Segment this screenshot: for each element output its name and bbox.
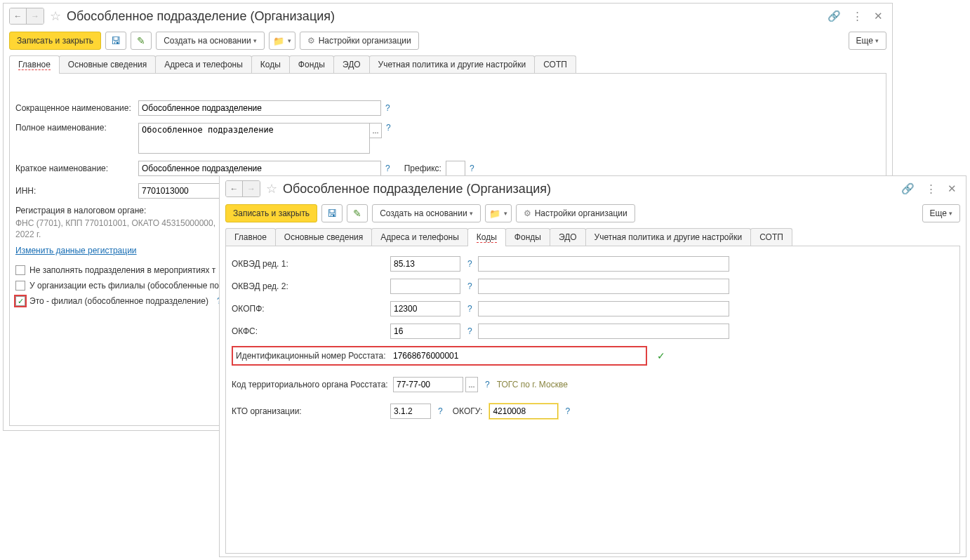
help-icon[interactable]: ? xyxy=(385,164,390,173)
tab-general-info[interactable]: Основные сведения xyxy=(59,55,156,73)
org-settings-button[interactable]: ⚙Настройки организации xyxy=(516,204,635,222)
row-full-name: Полное наименование: Обособленное подраз… xyxy=(15,123,880,154)
nav-back-button[interactable]: ← xyxy=(226,181,243,196)
nav-forward-button[interactable]: → xyxy=(243,181,260,196)
tab-edo[interactable]: ЭДО xyxy=(333,55,370,73)
tab-addresses[interactable]: Адреса и телефоны xyxy=(371,228,468,246)
okopf-input[interactable] xyxy=(390,301,460,316)
window-codes: ← → ☆ Обособленное подразделение (Органи… xyxy=(219,175,966,557)
org-settings-button[interactable]: ⚙Настройки организации xyxy=(300,32,419,50)
more-button[interactable]: Еще▾ xyxy=(922,204,960,222)
kto-input[interactable] xyxy=(390,404,431,419)
tab-main[interactable]: Главное xyxy=(9,55,60,73)
okopf-desc-input[interactable] xyxy=(478,301,729,316)
help-icon[interactable]: ? xyxy=(467,281,472,291)
terr-code-input[interactable] xyxy=(393,377,463,392)
edit-button[interactable]: ✎ xyxy=(347,204,368,222)
edit-button[interactable]: ✎ xyxy=(131,32,152,50)
brief-name-input[interactable] xyxy=(138,161,381,176)
help-icon[interactable]: ? xyxy=(485,380,490,389)
close-icon[interactable]: ✕ xyxy=(870,10,886,22)
tab-funds[interactable]: Фонды xyxy=(505,228,550,246)
help-icon[interactable]: ? xyxy=(565,406,570,416)
help-icon[interactable]: ? xyxy=(467,326,472,336)
tab-funds[interactable]: Фонды xyxy=(289,55,334,73)
help-icon[interactable]: ? xyxy=(386,123,391,133)
save-button[interactable]: 🖫 xyxy=(105,32,126,50)
chk-is-branch[interactable]: ✓ xyxy=(15,296,25,306)
change-registration-link[interactable]: Изменить данные регистрации xyxy=(15,246,137,255)
prefix-input[interactable] xyxy=(446,161,465,176)
chk-no-fill[interactable] xyxy=(15,265,25,275)
save-close-button[interactable]: Записать и закрыть xyxy=(9,32,101,50)
tab-codes[interactable]: Коды xyxy=(251,55,290,73)
folder-button[interactable]: 📁▾ xyxy=(485,204,512,222)
help-icon[interactable]: ? xyxy=(385,103,390,113)
nav-buttons: ← → xyxy=(225,180,260,197)
tab-sotp[interactable]: СОТП xyxy=(534,55,576,73)
folder-icon: 📁 xyxy=(489,208,500,219)
create-based-button[interactable]: Создать на основании▾ xyxy=(156,32,265,50)
folder-button[interactable]: 📁▾ xyxy=(269,32,295,50)
tab-acct-policy[interactable]: Учетная политика и другие настройки xyxy=(369,55,536,73)
okfs-desc-input[interactable] xyxy=(478,324,729,339)
help-icon[interactable]: ? xyxy=(438,406,443,416)
tab-edo[interactable]: ЭДО xyxy=(550,228,586,246)
full-name-input[interactable]: Обособленное подразделение xyxy=(138,123,370,154)
label-chk-no-fill: Не заполнять подразделения в мероприятия… xyxy=(29,265,215,275)
window-title: Обособленное подразделение (Организация) xyxy=(283,182,893,196)
okved2-desc-input[interactable] xyxy=(478,279,729,294)
tab-main[interactable]: Главное xyxy=(225,228,276,246)
okved1-input[interactable] xyxy=(390,256,460,272)
save-close-button[interactable]: Записать и закрыть xyxy=(225,204,317,222)
star-icon[interactable]: ☆ xyxy=(48,8,62,24)
label-okopf: ОКОПФ: xyxy=(232,304,387,314)
label-kto: КТО организации: xyxy=(232,406,387,416)
ellipsis-button[interactable]: ... xyxy=(465,377,478,392)
caret-down-icon: ▾ xyxy=(949,210,952,217)
chk-has-branches[interactable] xyxy=(15,281,25,291)
okfs-input[interactable] xyxy=(390,324,460,339)
ellipsis-button[interactable]: ... xyxy=(369,123,382,138)
tab-body-codes: ОКВЭД ред. 1: ? ОКВЭД ред. 2: ? ОКОПФ: ?… xyxy=(225,246,960,554)
create-based-button[interactable]: Создать на основании▾ xyxy=(372,204,481,222)
link-icon[interactable]: 🔗 xyxy=(898,182,918,195)
tab-codes[interactable]: Коды xyxy=(467,228,506,246)
okved2-input[interactable] xyxy=(390,279,460,294)
link-icon[interactable]: 🔗 xyxy=(824,10,844,22)
tab-general-info[interactable]: Основные сведения xyxy=(275,228,372,246)
window-header: ← → ☆ Обособленное подразделение (Органи… xyxy=(220,176,966,201)
save-button[interactable]: 🖫 xyxy=(321,204,343,222)
label-full-name: Полное наименование: xyxy=(15,123,138,133)
kebab-icon[interactable]: ⋮ xyxy=(922,182,940,195)
more-button[interactable]: Еще▾ xyxy=(849,32,886,50)
help-icon[interactable]: ? xyxy=(470,164,474,173)
help-icon[interactable]: ? xyxy=(467,304,472,314)
nav-back-button[interactable]: ← xyxy=(10,8,27,24)
pencil-icon: ✎ xyxy=(353,208,361,219)
row-okfs: ОКФС: ? xyxy=(232,324,954,339)
help-icon[interactable]: ? xyxy=(467,259,472,269)
org-settings-label: Настройки организации xyxy=(319,36,411,46)
okved1-desc-input[interactable] xyxy=(478,256,729,272)
row-short-name: Сокращенное наименование: ? xyxy=(15,100,880,116)
gear-icon: ⚙ xyxy=(524,208,531,218)
star-icon[interactable]: ☆ xyxy=(265,181,279,196)
tab-acct-policy[interactable]: Учетная политика и другие настройки xyxy=(585,228,752,246)
kebab-icon[interactable]: ⋮ xyxy=(849,10,866,22)
label-okved2: ОКВЭД ред. 2: xyxy=(232,281,387,291)
short-name-input[interactable] xyxy=(138,100,381,116)
inn-input[interactable] xyxy=(138,183,221,199)
window-header: ← → ☆ Обособленное подразделение (Органи… xyxy=(4,4,892,29)
tab-sotp[interactable]: СОТП xyxy=(750,228,792,246)
window-title: Обособленное подразделение (Организация) xyxy=(67,9,820,24)
close-icon[interactable]: ✕ xyxy=(944,182,960,195)
caret-down-icon: ▾ xyxy=(253,37,257,44)
row-okopf: ОКОПФ: ? xyxy=(232,301,954,316)
nav-forward-button[interactable]: → xyxy=(27,8,44,24)
rosstat-id-input[interactable] xyxy=(390,349,640,362)
caret-down-icon: ▾ xyxy=(470,210,473,217)
tab-addresses[interactable]: Адреса и телефоны xyxy=(155,55,252,73)
label-prefix: Префикс: xyxy=(404,164,441,173)
okogu-input[interactable] xyxy=(489,404,558,419)
